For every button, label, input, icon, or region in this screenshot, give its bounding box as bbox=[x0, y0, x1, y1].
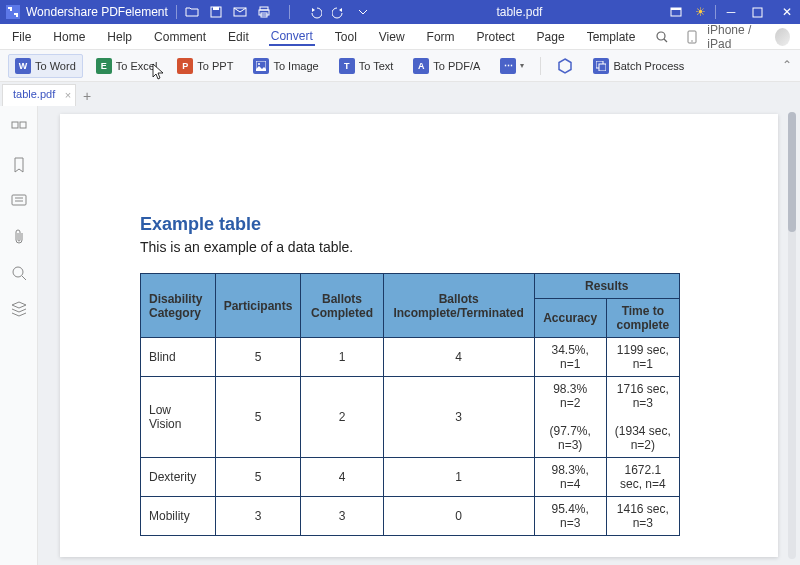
save-icon[interactable] bbox=[209, 5, 223, 19]
cell-category: Low Vision bbox=[141, 377, 216, 458]
iphone-ipad-link[interactable]: iPhone / iPad bbox=[707, 23, 765, 51]
search-icon[interactable] bbox=[655, 30, 669, 44]
cell-accuracy: 98.3%, n=4 bbox=[534, 458, 606, 497]
menu-home[interactable]: Home bbox=[51, 28, 87, 46]
menu-tool[interactable]: Tool bbox=[333, 28, 359, 46]
ribbon-convert: W To Word E To Excel P To PPT To Image T… bbox=[0, 50, 800, 82]
to-image-label: To Image bbox=[273, 60, 318, 72]
cell-time: 1716 sec, n=3(1934 sec, n=2) bbox=[606, 377, 679, 458]
redo-icon[interactable] bbox=[332, 5, 346, 19]
mobile-icon[interactable] bbox=[687, 30, 697, 44]
col-participants: Participants bbox=[215, 274, 301, 338]
close-tab-icon[interactable]: × bbox=[65, 89, 71, 101]
cell-participants: 5 bbox=[215, 458, 301, 497]
ppt-icon: P bbox=[177, 58, 193, 74]
table-row: Low Vision52398.3% n=2(97.7%, n=3)1716 s… bbox=[141, 377, 680, 458]
scrollbar-thumb[interactable] bbox=[788, 112, 796, 232]
left-sidebar bbox=[0, 106, 38, 565]
text-icon: T bbox=[339, 58, 355, 74]
cell-time: 1416 sec, n=3 bbox=[606, 497, 679, 536]
menu-protect[interactable]: Protect bbox=[475, 28, 517, 46]
menu-help[interactable]: Help bbox=[105, 28, 134, 46]
thumbnails-icon[interactable] bbox=[10, 120, 28, 138]
svg-rect-8 bbox=[671, 8, 681, 10]
menu-page[interactable]: Page bbox=[535, 28, 567, 46]
cell-category: Blind bbox=[141, 338, 216, 377]
user-avatar-icon[interactable] bbox=[775, 28, 790, 46]
separator bbox=[289, 5, 290, 19]
annotations-icon[interactable] bbox=[10, 192, 28, 210]
menu-file[interactable]: File bbox=[10, 28, 33, 46]
close-icon[interactable]: ✕ bbox=[780, 5, 794, 19]
attachments-icon[interactable] bbox=[10, 228, 28, 246]
to-word-button[interactable]: W To Word bbox=[8, 54, 83, 78]
window-mode-icon[interactable] bbox=[669, 5, 683, 19]
window-title: table.pdf bbox=[370, 5, 669, 19]
svg-rect-9 bbox=[753, 8, 762, 17]
svg-point-15 bbox=[258, 63, 260, 65]
maximize-icon[interactable] bbox=[752, 7, 766, 18]
cell-completed: 3 bbox=[301, 497, 383, 536]
menu-edit[interactable]: Edit bbox=[226, 28, 251, 46]
cell-completed: 4 bbox=[301, 458, 383, 497]
menu-convert[interactable]: Convert bbox=[269, 27, 315, 46]
cell-incomplete: 0 bbox=[383, 497, 534, 536]
quick-access bbox=[185, 5, 370, 19]
menu-template[interactable]: Template bbox=[585, 28, 638, 46]
more-icon: ⋯ bbox=[500, 58, 516, 74]
doc-tab-label: table.pdf bbox=[13, 88, 55, 100]
svg-line-24 bbox=[22, 276, 26, 280]
batch-icon bbox=[593, 58, 609, 74]
app-logo-icon bbox=[6, 5, 20, 19]
to-ppt-button[interactable]: P To PPT bbox=[170, 54, 240, 78]
print-icon[interactable] bbox=[257, 5, 271, 19]
cell-time: 1672.1 sec, n=4 bbox=[606, 458, 679, 497]
doc-tab[interactable]: table.pdf × bbox=[2, 84, 76, 106]
col-accuracy: Accuracy bbox=[534, 299, 606, 338]
pdfa-icon: A bbox=[413, 58, 429, 74]
menu-right: iPhone / iPad bbox=[687, 23, 790, 51]
theme-icon[interactable]: ☀ bbox=[693, 5, 707, 19]
folder-icon[interactable] bbox=[185, 5, 199, 19]
search-panel-icon[interactable] bbox=[10, 264, 28, 282]
bookmark-icon[interactable] bbox=[10, 156, 28, 174]
title-bar: Wondershare PDFelement table.pdf ☀ ─ ✕ bbox=[0, 0, 800, 24]
excel-icon: E bbox=[96, 58, 112, 74]
menu-form[interactable]: Form bbox=[425, 28, 457, 46]
to-image-button[interactable]: To Image bbox=[246, 54, 325, 78]
col-completed: Ballots Completed bbox=[301, 274, 383, 338]
table-row: Dexterity54198.3%, n=41672.1 sec, n=4 bbox=[141, 458, 680, 497]
image-icon bbox=[253, 58, 269, 74]
to-pdfa-button[interactable]: A To PDF/A bbox=[406, 54, 487, 78]
undo-icon[interactable] bbox=[308, 5, 322, 19]
collapse-ribbon-icon[interactable]: ⌃ bbox=[782, 58, 792, 72]
hexagon-icon bbox=[557, 58, 573, 74]
mail-icon[interactable] bbox=[233, 5, 247, 19]
more-convert-button[interactable]: ⋯ ▾ bbox=[493, 54, 531, 78]
hex-button[interactable] bbox=[550, 54, 580, 78]
svg-rect-17 bbox=[599, 64, 606, 71]
to-excel-button[interactable]: E To Excel bbox=[89, 54, 165, 78]
cell-participants: 3 bbox=[215, 497, 301, 536]
cell-participants: 5 bbox=[215, 377, 301, 458]
separator bbox=[715, 5, 716, 19]
menu-comment[interactable]: Comment bbox=[152, 28, 208, 46]
minimize-icon[interactable]: ─ bbox=[724, 5, 738, 19]
svg-line-11 bbox=[664, 39, 667, 42]
cell-time: 1199 sec, n=1 bbox=[606, 338, 679, 377]
document-content: Example table This is an example of a da… bbox=[60, 114, 778, 556]
document-canvas[interactable]: Example table This is an example of a da… bbox=[38, 106, 800, 565]
batch-process-button[interactable]: Batch Process bbox=[586, 54, 691, 78]
dropdown-icon[interactable] bbox=[356, 7, 370, 17]
svg-rect-19 bbox=[20, 122, 26, 128]
menu-view[interactable]: View bbox=[377, 28, 407, 46]
add-tab-button[interactable]: + bbox=[76, 88, 98, 106]
layers-icon[interactable] bbox=[10, 300, 28, 318]
word-icon: W bbox=[15, 58, 31, 74]
cell-completed: 2 bbox=[301, 377, 383, 458]
document-tabs: table.pdf × + bbox=[0, 82, 800, 106]
separator bbox=[540, 57, 541, 75]
page: Example table This is an example of a da… bbox=[60, 114, 778, 557]
svg-rect-20 bbox=[12, 195, 26, 205]
to-text-button[interactable]: T To Text bbox=[332, 54, 401, 78]
